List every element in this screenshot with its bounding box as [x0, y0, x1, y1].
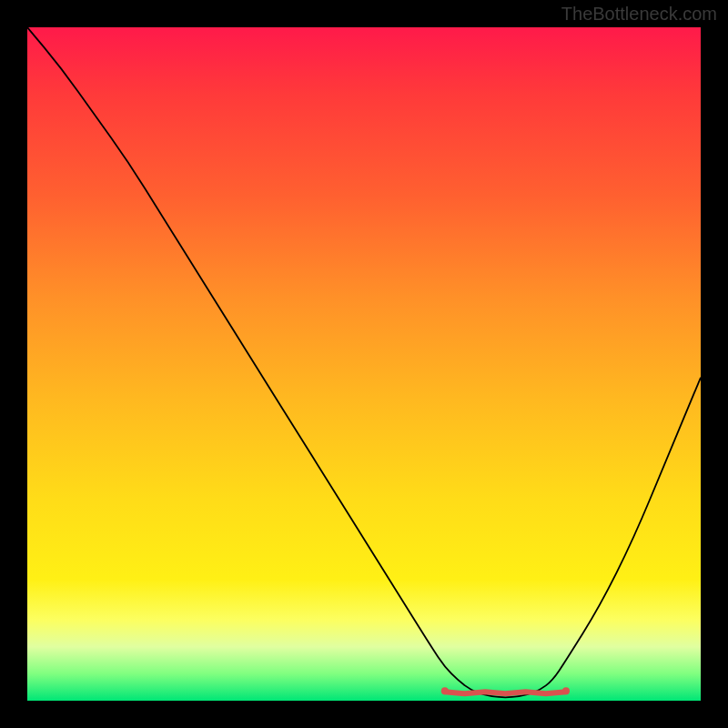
plot-area [27, 27, 701, 701]
curve-svg [27, 27, 701, 701]
valley-dot-right [562, 687, 570, 694]
valley-marker [445, 692, 566, 693]
valley-dot-left [441, 687, 449, 694]
watermark-text: TheBottleneck.com [561, 4, 717, 25]
bottleneck-curve [27, 27, 701, 697]
